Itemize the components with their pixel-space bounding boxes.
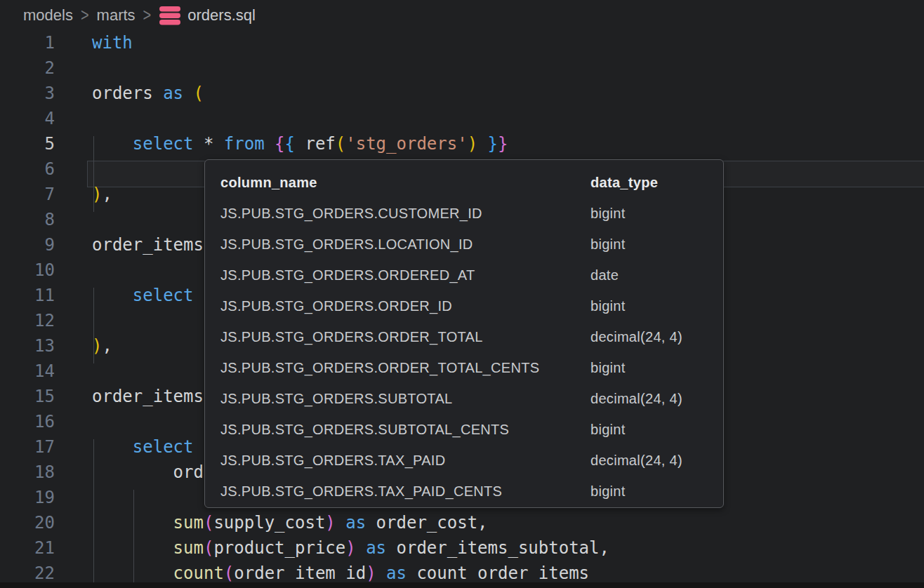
code-token: supply_cost xyxy=(213,513,325,533)
column-name-cell: JS.PUB.STG_ORDERS.ORDERED_AT xyxy=(220,267,590,283)
code-text: with xyxy=(92,30,133,55)
code-token: ( xyxy=(204,538,213,558)
code-token xyxy=(92,437,133,457)
code-token xyxy=(92,286,133,305)
code-token: ( xyxy=(194,83,204,103)
code-token xyxy=(92,134,133,154)
line-number: 2 xyxy=(0,55,55,81)
data-type-cell: bigint xyxy=(590,236,626,253)
code-text: select xyxy=(92,283,194,308)
code-token: sum xyxy=(173,538,204,558)
data-type-cell: bigint xyxy=(590,483,626,500)
code-line[interactable]: 4 xyxy=(0,106,924,131)
hover-table-row: JS.PUB.STG_ORDERS.ORDER_TOTAL_CENTSbigin… xyxy=(205,352,723,383)
line-number: 4 xyxy=(0,106,55,131)
code-token: 'stg_orders' xyxy=(345,134,467,154)
editor-window: models > marts > orders.sql 1with23order… xyxy=(0,0,924,588)
code-line[interactable]: 5 select * from {{ ref('stg_orders') }} xyxy=(0,131,924,156)
chevron-right-icon: > xyxy=(81,5,89,25)
code-token: as xyxy=(345,513,366,533)
code-token: count_order_items xyxy=(407,563,589,583)
code-token: orders xyxy=(92,83,163,103)
code-token: ref xyxy=(295,134,336,154)
bottom-strip xyxy=(0,582,924,588)
code-token: select xyxy=(133,134,194,154)
line-number: 12 xyxy=(0,308,55,333)
code-line[interactable]: 3orders as ( xyxy=(0,81,924,106)
line-number: 19 xyxy=(0,485,55,510)
line-number: 21 xyxy=(0,535,55,561)
database-icon xyxy=(159,6,181,25)
code-line[interactable]: 21 sum(product_price) as order_items_sub… xyxy=(0,535,924,561)
code-text: order_items xyxy=(92,232,204,258)
line-number: 18 xyxy=(0,460,55,485)
breadcrumb-item-models[interactable]: models xyxy=(23,6,73,25)
hover-popup: column_name data_type JS.PUB.STG_ORDERS.… xyxy=(204,159,724,508)
data-type-cell: decimal(24, 4) xyxy=(590,453,682,469)
column-name-header: column_name xyxy=(220,175,590,191)
code-token: order_items xyxy=(92,387,204,406)
hover-table-row: JS.PUB.STG_ORDERS.ORDER_TOTALdecimal(24,… xyxy=(205,321,723,352)
code-token: } xyxy=(488,134,498,154)
code-token xyxy=(477,134,487,154)
line-number: 1 xyxy=(0,30,55,55)
code-token xyxy=(356,538,366,558)
chevron-right-icon: > xyxy=(143,5,152,25)
code-token: , xyxy=(102,336,112,356)
line-number: 14 xyxy=(0,359,55,384)
line-number: 5 xyxy=(0,131,55,156)
code-token: as xyxy=(386,563,407,583)
hover-table-row: JS.PUB.STG_ORDERS.SUBTOTALdecimal(24, 4) xyxy=(205,383,723,414)
column-name-cell: JS.PUB.STG_ORDERS.LOCATION_ID xyxy=(220,236,590,253)
breadcrumb-item-marts[interactable]: marts xyxy=(97,6,136,25)
data-type-cell: bigint xyxy=(590,206,626,222)
code-token: from xyxy=(224,134,265,154)
code-line[interactable]: 1with xyxy=(0,30,924,55)
line-number: 15 xyxy=(0,384,55,409)
data-type-cell: bigint xyxy=(590,422,626,438)
code-token: ) xyxy=(468,134,477,154)
hover-table-row: JS.PUB.STG_ORDERS.ORDERED_ATdate xyxy=(205,260,723,290)
code-token: sum xyxy=(173,513,204,533)
code-token xyxy=(92,563,173,583)
code-token: ord xyxy=(92,462,204,482)
code-line[interactable]: 20 sum(supply_cost) as order_cost, xyxy=(0,510,924,535)
code-token: * xyxy=(194,134,224,154)
hover-table-row: JS.PUB.STG_ORDERS.CUSTOMER_IDbigint xyxy=(205,198,723,229)
code-text: select xyxy=(92,434,194,460)
code-token: with xyxy=(92,33,133,53)
data-type-cell: date xyxy=(590,267,619,283)
code-text: ), xyxy=(92,182,112,207)
line-number: 6 xyxy=(0,156,55,182)
file-name: orders.sql xyxy=(187,6,256,25)
code-line[interactable]: 2 xyxy=(0,55,924,81)
code-token: select xyxy=(133,286,194,305)
data-type-cell: decimal(24, 4) xyxy=(590,329,682,345)
data-type-cell: bigint xyxy=(590,360,626,376)
code-token: count xyxy=(173,563,224,583)
code-text: orders as ( xyxy=(92,81,204,106)
code-text: sum(product_price) as order_items_subtot… xyxy=(92,535,609,561)
data-type-header: data_type xyxy=(590,175,658,191)
data-type-cell: decimal(24, 4) xyxy=(590,391,682,407)
code-text: ), xyxy=(92,333,112,359)
code-token: , xyxy=(102,185,112,204)
code-token: ( xyxy=(336,134,345,154)
code-token: as xyxy=(163,83,183,103)
code-token xyxy=(265,134,275,154)
code-text: select * from {{ ref('stg_orders') }} xyxy=(92,131,508,156)
code-token: select xyxy=(133,437,194,457)
breadcrumb-item-file[interactable]: orders.sql xyxy=(159,5,256,25)
line-number: 11 xyxy=(0,283,55,308)
code-token: ( xyxy=(224,563,234,583)
line-number: 16 xyxy=(0,409,55,434)
line-number: 17 xyxy=(0,434,55,460)
code-token: as xyxy=(366,538,386,558)
code-token xyxy=(336,513,345,533)
column-name-cell: JS.PUB.STG_ORDERS.TAX_PAID xyxy=(220,453,590,469)
code-token: ) xyxy=(345,538,355,558)
code-token: { xyxy=(285,134,295,154)
line-number: 10 xyxy=(0,258,55,283)
column-name-cell: JS.PUB.STG_ORDERS.TAX_PAID_CENTS xyxy=(220,483,590,500)
code-text: sum(supply_cost) as order_cost, xyxy=(92,510,488,535)
